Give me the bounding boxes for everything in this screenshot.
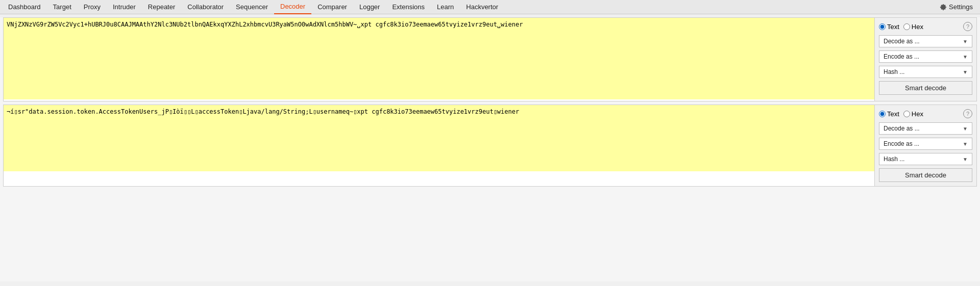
panel2-hex-label: Hex bbox=[912, 110, 923, 118]
nav-logger[interactable]: Logger bbox=[353, 0, 386, 14]
panel1-help-button[interactable]: ? bbox=[963, 22, 972, 31]
settings-label: Settings bbox=[949, 3, 973, 11]
panel1-hex-radio[interactable] bbox=[903, 23, 910, 30]
panel2-controls: Text Hex ? Decode as ... ▼ Encode as ...… bbox=[874, 105, 976, 186]
panel2-encode-chevron: ▼ bbox=[963, 141, 968, 147]
nav-repeater[interactable]: Repeater bbox=[142, 0, 181, 14]
panel2-decode-chevron: ▼ bbox=[963, 126, 968, 132]
panel2-smart-decode-button[interactable]: Smart decode bbox=[879, 168, 972, 182]
nav-target[interactable]: Target bbox=[47, 0, 78, 14]
nav-extensions[interactable]: Extensions bbox=[386, 0, 431, 14]
panel1-encode-dropdown[interactable]: Encode as ... ▼ bbox=[879, 50, 972, 63]
nav-comparer[interactable]: Comparer bbox=[311, 0, 353, 14]
panel2-input[interactable]: ¬í▯sr"data.session.token.AccessTokenUser… bbox=[4, 105, 874, 171]
nav-decoder[interactable]: Decoder bbox=[274, 0, 311, 14]
bottom-empty-area bbox=[0, 190, 980, 281]
panel1-text-label: Text bbox=[887, 23, 899, 31]
panel2-encode-dropdown[interactable]: Encode as ... ▼ bbox=[879, 138, 972, 150]
panel1-encode-chevron: ▼ bbox=[963, 54, 968, 60]
panel1-decode-label: Decode as ... bbox=[884, 38, 920, 45]
nav-intruder[interactable]: Intruder bbox=[107, 0, 142, 14]
panel2-decode-dropdown[interactable]: Decode as ... ▼ bbox=[879, 122, 972, 135]
decoder-panel-1: VNjZXNzVG9rZW5Vc2Vyc1+hUBRJ0u8CAAJMAAthY… bbox=[3, 17, 977, 101]
top-navigation: Dashboard Target Proxy Intruder Repeater… bbox=[0, 0, 980, 14]
panel1-controls: Text Hex ? Decode as ... ▼ Encode as ...… bbox=[874, 18, 976, 101]
panel1-text-radio[interactable] bbox=[879, 23, 886, 30]
panel1-encode-label: Encode as ... bbox=[884, 53, 919, 60]
panel1-hex-radio-label[interactable]: Hex bbox=[903, 23, 923, 31]
panel1-smart-decode-button[interactable]: Smart decode bbox=[879, 81, 972, 95]
panel1-hash-label: Hash ... bbox=[884, 68, 904, 75]
nav-dashboard[interactable]: Dashboard bbox=[2, 0, 47, 14]
panel2-decode-label: Decode as ... bbox=[884, 125, 920, 132]
nav-hackvertor[interactable]: Hackvertor bbox=[460, 0, 504, 14]
settings-button[interactable]: Settings bbox=[935, 1, 978, 13]
nav-proxy[interactable]: Proxy bbox=[78, 0, 107, 14]
panel1-hex-label: Hex bbox=[912, 23, 923, 31]
panel1-radio-row: Text Hex ? bbox=[879, 22, 972, 31]
nav-collaborator[interactable]: Collaborator bbox=[181, 0, 230, 14]
panel1-text-radio-label[interactable]: Text bbox=[879, 23, 899, 31]
panel1-decode-dropdown[interactable]: Decode as ... ▼ bbox=[879, 35, 972, 47]
panel2-textarea-wrap: ¬í▯sr"data.session.token.AccessTokenUser… bbox=[4, 105, 874, 186]
main-content: VNjZXNzVG9rZW5Vc2Vyc1+hUBRJ0u8CAAJMAAthY… bbox=[0, 17, 980, 281]
gear-icon bbox=[940, 4, 947, 11]
panel2-hash-label: Hash ... bbox=[884, 155, 904, 163]
nav-learn[interactable]: Learn bbox=[431, 0, 460, 14]
panel1-input[interactable]: VNjZXNzVG9rZW5Vc2Vyc1+hUBRJ0u8CAAJMAAthY… bbox=[4, 18, 874, 99]
panel2-hash-chevron: ▼ bbox=[963, 157, 968, 162]
panel2-hex-radio-label[interactable]: Hex bbox=[903, 110, 923, 118]
panel2-text-radio-label[interactable]: Text bbox=[879, 110, 899, 118]
panel2-help-button[interactable]: ? bbox=[963, 109, 972, 118]
panel1-decode-chevron: ▼ bbox=[963, 39, 968, 44]
panel2-text-label: Text bbox=[887, 110, 899, 118]
panel2-text-radio[interactable] bbox=[879, 111, 886, 117]
panel2-hash-dropdown[interactable]: Hash ... ▼ bbox=[879, 153, 972, 165]
panel2-hex-radio[interactable] bbox=[903, 111, 910, 117]
panel1-hash-chevron: ▼ bbox=[963, 69, 968, 75]
nav-sequencer[interactable]: Sequencer bbox=[230, 0, 274, 14]
panel2-encode-label: Encode as ... bbox=[884, 140, 919, 147]
panel1-hash-dropdown[interactable]: Hash ... ▼ bbox=[879, 66, 972, 78]
panel2-radio-row: Text Hex ? bbox=[879, 109, 972, 118]
decoder-panel-2: ¬í▯sr"data.session.token.AccessTokenUser… bbox=[3, 105, 977, 187]
panel1-textarea-wrap: VNjZXNzVG9rZW5Vc2Vyc1+hUBRJ0u8CAAJMAAthY… bbox=[4, 18, 874, 101]
